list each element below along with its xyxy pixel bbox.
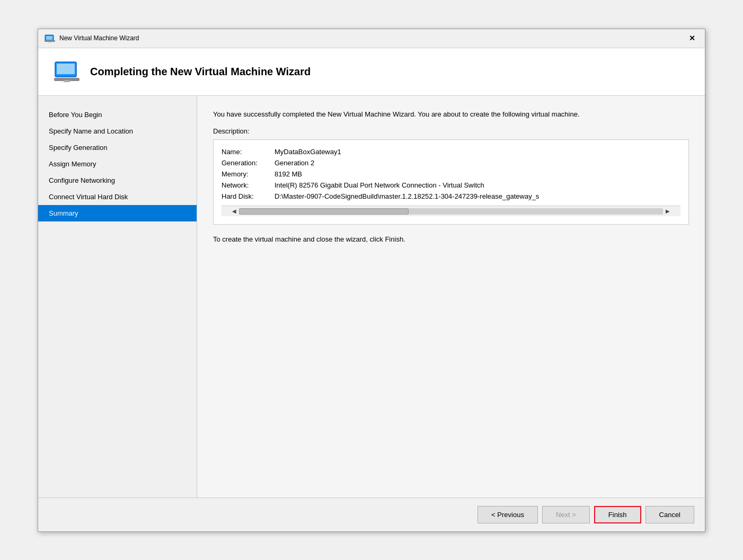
summary-value-0: MyDataBoxGateway1 (275, 148, 341, 156)
scroll-track[interactable] (239, 208, 663, 215)
footer: < Previous Next > Finish Cancel (38, 497, 705, 531)
summary-row-0: Name:MyDataBoxGateway1 (222, 148, 680, 156)
next-button[interactable]: Next > (542, 506, 590, 523)
window-icon (45, 34, 55, 42)
svg-rect-1 (46, 36, 52, 40)
summary-label-2: Memory: (222, 170, 275, 178)
sidebar-item-connect-virtual-hard-disk[interactable]: Connect Virtual Hard Disk (38, 189, 197, 205)
sidebar-item-summary[interactable]: Summary (38, 205, 197, 221)
scroll-right-arrow[interactable]: ▶ (666, 208, 670, 214)
svg-rect-3 (48, 41, 51, 42)
cancel-button[interactable]: Cancel (645, 506, 694, 523)
sidebar-item-before-you-begin[interactable]: Before You Begin (38, 106, 197, 123)
summary-row-2: Memory:8192 MB (222, 170, 680, 178)
horizontal-scrollbar[interactable]: ◀ ▶ (222, 206, 680, 216)
header-area: Completing the New Virtual Machine Wizar… (38, 48, 705, 96)
summary-table: Name:MyDataBoxGateway1Generation:Generat… (222, 148, 680, 200)
summary-label-3: Network: (222, 181, 275, 189)
summary-label-1: Generation: (222, 159, 275, 167)
summary-label-0: Name: (222, 148, 275, 156)
summary-row-3: Network:Intel(R) 82576 Gigabit Dual Port… (222, 181, 680, 189)
summary-row-1: Generation:Generation 2 (222, 159, 680, 167)
summary-value-3: Intel(R) 82576 Gigabit Dual Port Network… (275, 181, 484, 189)
svg-rect-6 (57, 64, 75, 74)
summary-value-1: Generation 2 (275, 159, 314, 167)
sidebar-item-specify-generation[interactable]: Specify Generation (38, 139, 197, 156)
summary-row-4: Hard Disk:D:\Master-0907-CodeSignedBuild… (222, 192, 680, 200)
description-label: Description: (213, 127, 689, 135)
previous-button[interactable]: < Previous (477, 506, 538, 523)
scroll-thumb[interactable] (239, 208, 409, 215)
title-bar: New Virtual Machine Wizard ✕ (38, 29, 705, 48)
summary-value-4: D:\Master-0907-CodeSignedBuild\master.1.… (275, 192, 539, 200)
main-content: You have successfully completed the New … (197, 96, 705, 497)
intro-text: You have successfully completed the New … (213, 109, 689, 120)
finish-button[interactable]: Finish (594, 506, 641, 523)
window-title: New Virtual Machine Wizard (59, 34, 139, 42)
vm-header-icon (54, 61, 79, 82)
sidebar-item-assign-memory[interactable]: Assign Memory (38, 156, 197, 172)
summary-label-4: Hard Disk: (222, 192, 275, 200)
content-area: Before You BeginSpecify Name and Locatio… (38, 96, 705, 497)
summary-box: Name:MyDataBoxGateway1Generation:Generat… (213, 139, 689, 225)
svg-rect-8 (64, 80, 70, 82)
close-button[interactable]: ✕ (686, 33, 698, 43)
finish-text: To create the virtual machine and close … (213, 235, 689, 243)
summary-value-2: 8192 MB (275, 170, 302, 178)
sidebar-item-configure-networking[interactable]: Configure Networking (38, 172, 197, 189)
sidebar-item-specify-name-location[interactable]: Specify Name and Location (38, 123, 197, 139)
scroll-left-arrow[interactable]: ◀ (232, 208, 236, 214)
wizard-window: New Virtual Machine Wizard ✕ Completing … (38, 29, 705, 532)
sidebar: Before You BeginSpecify Name and Locatio… (38, 96, 197, 497)
title-bar-left: New Virtual Machine Wizard (45, 34, 139, 42)
page-title: Completing the New Virtual Machine Wizar… (90, 66, 311, 78)
